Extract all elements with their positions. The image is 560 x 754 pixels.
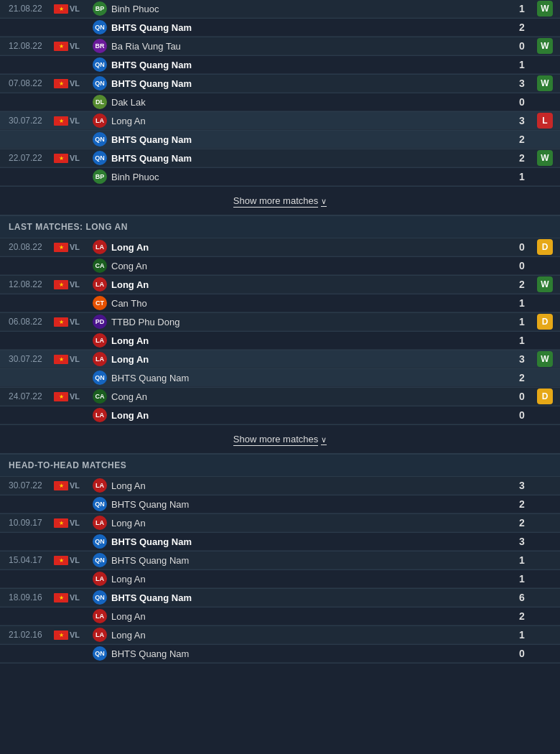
country-flag [52, 154, 70, 163]
team-info: LALong An [90, 112, 511, 129]
match-row-last-matches-long-an-3: 30.07.22VLLALong An3WQNBHTS Quang Nam2 [0, 350, 560, 388]
team-line: 15.04.17VLQNBHTS Quang Nam1 [0, 551, 560, 569]
team-score: 6 [511, 592, 533, 603]
team-name: BHTS Quang Nam [111, 134, 508, 145]
section-header-head-to-head: HEAD-TO-HEAD MATCHES [0, 454, 560, 477]
team-info: LALong An [90, 276, 511, 293]
team-info: LALong An [90, 350, 511, 368]
team-score: 3 [511, 78, 533, 89]
team-info: LALong An [90, 406, 511, 424]
match-date: 12.08.22 [6, 279, 52, 289]
team-name: Binh Phuoc [111, 172, 508, 182]
team-info: LALong An [90, 514, 511, 531]
team-logo: QN [93, 132, 107, 146]
team-score: 0 [511, 241, 533, 253]
team-logo: LA [93, 572, 107, 586]
league-label: VL [70, 116, 90, 125]
country-flag [52, 392, 70, 401]
match-result: D [533, 388, 554, 404]
team-name: Long An [111, 354, 508, 365]
team-name: BHTS Quang Nam [111, 22, 508, 33]
team-score: 1 [511, 316, 533, 327]
team-logo: QN [93, 534, 107, 549]
country-flag [52, 556, 70, 565]
match-date: 15.04.17 [6, 555, 52, 565]
match-row-head-to-head-4: 21.02.16VLLALong An1QNBHTS Quang Nam0 [0, 626, 560, 664]
team-info: BPBinh Phuoc [90, 168, 511, 185]
team-name: Long An [111, 480, 508, 491]
match-date: 22.07.22 [6, 153, 52, 163]
team-line: 21.02.16VLLALong An1 [0, 626, 560, 644]
team-info: LALong An [90, 626, 511, 643]
team-score: 2 [511, 517, 533, 529]
match-result: W [533, 75, 554, 91]
match-result: W [533, 150, 554, 166]
team-logo: DL [93, 95, 107, 109]
team-logo: QN [93, 57, 107, 72]
team-logo: LA [93, 408, 107, 422]
team-line: QNBHTS Quang Nam2 [0, 368, 560, 387]
team-score: 3 [511, 115, 533, 126]
match-row-last-matches-long-an-0: 20.08.22VLLALong An0DCACong An0 [0, 238, 560, 276]
team-name: Long An [111, 630, 508, 641]
team-logo: LA [93, 352, 107, 366]
team-logo: QN [93, 20, 107, 34]
league-label: VL [70, 243, 90, 251]
match-date: 10.09.17 [6, 518, 52, 528]
team-score: 3 [511, 480, 533, 491]
match-date: 21.02.16 [6, 630, 52, 640]
team-name: Long An [111, 518, 508, 529]
league-label: VL [70, 42, 90, 50]
page-container: 21.08.22VLBPBinh Phuoc1WQNBHTS Quang Nam… [0, 0, 560, 664]
country-flag [52, 355, 70, 364]
team-name: BHTS Quang Nam [111, 153, 508, 164]
team-score: 2 [511, 372, 533, 383]
team-line: BPBinh Phuoc1 [0, 167, 560, 186]
match-date: 18.09.16 [6, 592, 52, 602]
team-info: CTCan Tho [90, 294, 511, 312]
team-info: QNBHTS Quang Nam [90, 149, 511, 167]
chevron-down-icon: ∨ [321, 435, 327, 445]
team-line: 07.08.22VLQNBHTS Quang Nam3W [0, 75, 560, 93]
team-line: 12.08.22VLBRBa Ria Vung Tau0W [0, 37, 560, 55]
team-line: QNBHTS Quang Nam3 [0, 532, 560, 551]
team-name: BHTS Quang Nam [111, 592, 508, 603]
team-logo: QN [93, 553, 107, 567]
team-logo: LA [93, 277, 107, 292]
team-line: 06.08.22VLPDTTBD Phu Dong1D [0, 313, 560, 331]
team-score: 0 [511, 260, 533, 271]
team-name: Long An [111, 611, 508, 622]
country-flag [52, 280, 70, 289]
show-more-button[interactable]: Show more matches∨ [0, 425, 560, 454]
team-score: 3 [511, 536, 533, 547]
team-score: 1 [511, 171, 533, 182]
team-name: Cong An [111, 391, 508, 402]
team-line: QNBHTS Quang Nam0 [0, 644, 560, 663]
team-logo: BP [93, 169, 107, 184]
team-name: BHTS Quang Nam [111, 555, 508, 566]
team-score: 1 [511, 297, 533, 309]
team-info: BRBa Ria Vung Tau [90, 37, 511, 55]
country-flag [52, 630, 70, 640]
team-logo: QN [93, 76, 107, 90]
match-date: 12.08.22 [6, 41, 52, 51]
match-result: D [533, 314, 554, 330]
show-more-button[interactable]: Show more matches∨ [0, 187, 560, 215]
team-line: QNBHTS Quang Nam1 [0, 55, 560, 74]
league-label: VL [70, 518, 90, 527]
team-info: CACong An [90, 257, 511, 274]
team-line: LALong An2 [0, 607, 560, 625]
team-name: Dak Lak [111, 97, 508, 108]
team-info: QNBHTS Quang Nam [90, 75, 511, 92]
team-info: QNBHTS Quang Nam [90, 56, 511, 73]
team-logo: LA [93, 628, 107, 642]
team-name: Long An [111, 116, 508, 126]
country-flag [52, 79, 70, 88]
team-logo: LA [93, 113, 107, 128]
match-result: W [533, 1, 554, 17]
team-info: DLDak Lak [90, 93, 511, 111]
match-result: W [533, 276, 554, 292]
team-logo: QN [93, 590, 107, 605]
league-label: VL [70, 280, 90, 289]
league-label: VL [70, 593, 90, 602]
